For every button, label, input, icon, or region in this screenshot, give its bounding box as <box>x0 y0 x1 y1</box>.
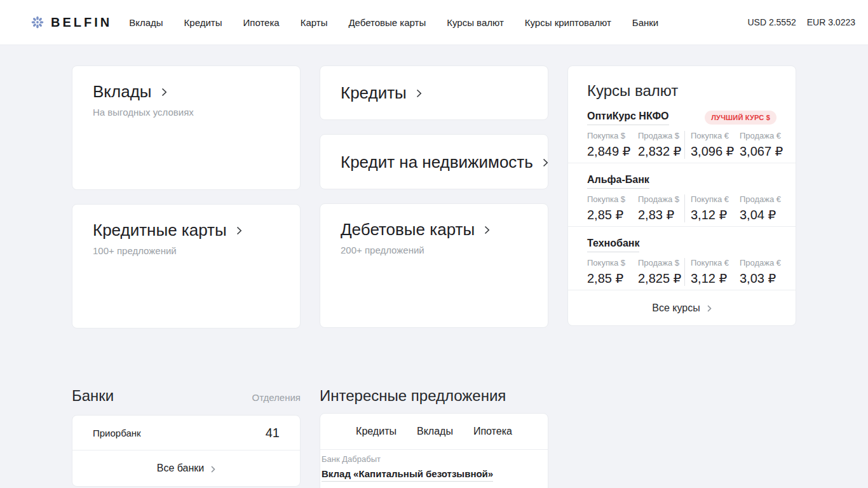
eur-rate: EUR 3.0223 <box>807 17 855 27</box>
debit-cards-card-subtitle: 200+ предложений <box>341 245 527 255</box>
buy-eur-value: 3,096 ₽ <box>691 144 740 159</box>
chevron-right-icon <box>236 226 242 235</box>
bank-row-name: Приорбанк <box>93 428 141 438</box>
bank-link-alfa[interactable]: Альфа-Банк <box>587 174 649 189</box>
chevron-right-icon <box>161 88 167 97</box>
rate-row: Технобанк Покупка $ Продажа $ 2,85 ₽ 2,8… <box>568 227 796 290</box>
bank-link-optikurs[interactable]: ОптиКурс НКФО <box>587 111 669 125</box>
tab-deposits[interactable]: Вклады <box>417 426 453 437</box>
banks-section-title: Банки <box>72 387 114 405</box>
snowflake-logo-icon <box>31 15 44 29</box>
credit-cards-card-subtitle: 100+ предложений <box>93 245 280 256</box>
rates-panel-title: Курсы валют <box>568 66 796 100</box>
sell-eur-label: Продажа € <box>740 258 781 268</box>
branches-label: Отделения <box>252 389 301 407</box>
sell-eur-label: Продажа € <box>740 194 781 205</box>
debit-cards-card[interactable]: Дебетовые карты 200+ предложений <box>320 203 548 328</box>
buy-usd-value: 2,85 ₽ <box>587 208 638 222</box>
bank-row-priorbank[interactable]: Приорбанк 41 <box>72 416 300 451</box>
buy-usd-label: Покупка $ <box>587 258 638 268</box>
sell-usd-value: 2,825 ₽ <box>638 271 684 286</box>
buy-eur-label: Покупка € <box>691 194 740 205</box>
sell-usd-label: Продажа $ <box>638 194 684 205</box>
main-nav: Вклады Кредиты Ипотека Карты Дебетовые к… <box>129 17 658 28</box>
debit-cards-card-title: Дебетовые карты <box>341 220 475 239</box>
all-banks-link[interactable]: Все банки <box>72 451 300 486</box>
sell-usd-label: Продажа $ <box>638 131 684 141</box>
all-rates-link[interactable]: Все курсы <box>568 290 796 325</box>
brand-name: BELFIN <box>51 15 112 30</box>
sell-eur-value: 3,04 ₽ <box>740 208 781 222</box>
credit-cards-card-title: Кредитные карты <box>93 220 227 240</box>
banks-section: Банки Отделения Приорбанк 41 Все банки <box>72 387 301 488</box>
nav-crypto-rates[interactable]: Курсы криптовалют <box>525 17 611 28</box>
nav-deposits[interactable]: Вклады <box>129 17 163 28</box>
tab-mortgage[interactable]: Ипотека <box>473 426 512 437</box>
buy-usd-label: Покупка $ <box>587 131 638 141</box>
nav-currency-rates[interactable]: Курсы валют <box>447 17 504 28</box>
best-rate-badge: ЛУЧШИЙ КУРС $ <box>705 111 776 125</box>
sell-usd-value: 2,832 ₽ <box>638 144 684 159</box>
buy-eur-label: Покупка € <box>691 131 740 141</box>
buy-eur-value: 3,12 ₽ <box>691 271 740 286</box>
chevron-right-icon <box>543 158 548 167</box>
chevron-right-icon <box>416 89 422 98</box>
nav-mortgage[interactable]: Ипотека <box>243 17 279 28</box>
buy-eur-value: 3,12 ₽ <box>691 208 740 222</box>
sell-eur-value: 3,03 ₽ <box>740 271 781 286</box>
deposits-card-title: Вклады <box>93 82 152 101</box>
nav-loans[interactable]: Кредиты <box>184 17 222 28</box>
offer-product-link[interactable]: Вклад «Капитальный безотзывной» <box>322 468 493 482</box>
buy-eur-label: Покупка € <box>691 258 740 268</box>
rate-row: ОптиКурс НКФО ЛУЧШИЙ КУРС $ Покупка $ Пр… <box>568 100 796 163</box>
nav-debit-cards[interactable]: Дебетовые карты <box>348 17 426 28</box>
offers-tabs: Кредиты Вклады Ипотека <box>320 414 548 450</box>
sell-usd-value: 2,83 ₽ <box>638 208 684 222</box>
mortgage-card-title: Кредит на недвижимость <box>341 152 533 172</box>
topbar-fx-rates: USD 2.5552 EUR 3.0223 <box>747 17 857 27</box>
offers-section: Интересные предложения Кредиты Вклады Ип… <box>320 387 548 488</box>
chevron-right-icon <box>211 466 215 473</box>
loans-card[interactable]: Кредиты <box>320 65 548 120</box>
chevron-right-icon <box>484 226 490 234</box>
offers-card: Кредиты Вклады Ипотека Банк Дабрабыт Вкл… <box>320 413 548 488</box>
deposits-card[interactable]: Вклады На выгодных условиях <box>72 65 301 190</box>
deposits-card-subtitle: На выгодных условиях <box>93 107 280 118</box>
sell-usd-label: Продажа $ <box>638 258 684 268</box>
sell-eur-value: 3,067 ₽ <box>740 144 783 159</box>
sell-eur-label: Продажа € <box>740 131 783 141</box>
offer-item: Банк Дабрабыт Вклад «Капитальный безотзы… <box>320 450 548 488</box>
tab-loans[interactable]: Кредиты <box>356 426 397 437</box>
buy-usd-value: 2,85 ₽ <box>587 271 638 286</box>
rate-row: Альфа-Банк Покупка $ Продажа $ 2,85 ₽ 2,… <box>568 163 796 227</box>
credit-cards-card[interactable]: Кредитные карты 100+ предложений <box>72 204 301 329</box>
usd-rate: USD 2.5552 <box>747 17 796 27</box>
currency-rates-panel: Курсы валют ОптиКурс НКФО ЛУЧШИЙ КУРС $ … <box>567 65 796 326</box>
buy-usd-value: 2,849 ₽ <box>587 144 638 159</box>
offers-section-title: Интересные предложения <box>320 387 506 405</box>
loans-card-title: Кредиты <box>341 83 407 102</box>
logo[interactable]: BELFIN <box>31 15 112 30</box>
chevron-right-icon <box>707 305 712 312</box>
offer-bank-name: Банк Дабрабыт <box>322 454 546 464</box>
nav-cards[interactable]: Карты <box>301 17 328 28</box>
bank-row-branch-count: 41 <box>266 426 280 440</box>
nav-banks[interactable]: Банки <box>632 17 658 28</box>
mortgage-card[interactable]: Кредит на недвижимость <box>320 134 548 189</box>
banks-card: Приорбанк 41 Все банки <box>72 415 301 487</box>
topbar: BELFIN Вклады Кредиты Ипотека Карты Дебе… <box>0 0 868 45</box>
buy-usd-label: Покупка $ <box>587 194 638 205</box>
bank-link-technobank[interactable]: Технобанк <box>587 238 639 252</box>
